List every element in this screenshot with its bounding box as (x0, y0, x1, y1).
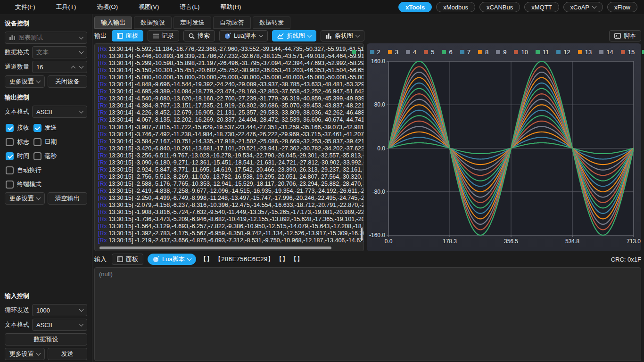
output-text-format-select[interactable]: ASCII (32, 106, 87, 118)
log-line: [Rx 13:30:14] -4.540,-9.080,-13.620,-18.… (98, 95, 363, 102)
input-textarea[interactable]: (null) (94, 267, 641, 361)
log-time: 13:30:14] (107, 138, 135, 145)
legend-item-6[interactable]: 6 (442, 49, 452, 56)
checkbox-标志[interactable]: 标志 (6, 135, 33, 149)
menu-item-语言(L)[interactable]: 语言(L) (169, 0, 210, 14)
legend-item-1[interactable]: 1 (352, 49, 362, 56)
checkbox-box[interactable] (33, 152, 41, 160)
app-button-xcanbus[interactable]: xCANBus (479, 2, 520, 12)
legend-item-8[interactable]: 8 (478, 49, 488, 56)
chevron-down-icon (36, 79, 41, 83)
tab-输入输出[interactable]: 输入输出 (94, 16, 132, 29)
checkbox-接收[interactable]: 接收 (6, 121, 33, 135)
device-type-select[interactable]: 图表测试 (5, 32, 87, 44)
legend-item-14[interactable]: 14 (599, 49, 613, 56)
log-values: -1.219,-2.437,-3.656,-4.875,-6.093,-7.31… (135, 237, 364, 244)
checkbox-box[interactable] (6, 181, 14, 189)
device-more-settings-button[interactable]: 更多设置 (5, 75, 45, 88)
checkbox-box[interactable] (33, 124, 41, 132)
menu-item-视图(V)[interactable]: 视图(V) (128, 0, 169, 14)
chevron-up-icon[interactable] (71, 66, 76, 70)
legend-item-12[interactable]: 12 (556, 49, 570, 56)
line-chart-select[interactable]: 折线图 (272, 30, 316, 41)
app-button-xmqtt[interactable]: xMQTT (524, 2, 559, 12)
tab-自动应答[interactable]: 自动应答 (213, 16, 251, 29)
legend-item-5[interactable]: 5 (424, 49, 434, 56)
checkbox-终端模式[interactable]: 终端模式 (6, 177, 47, 191)
tab-定时发送[interactable]: 定时发送 (173, 16, 211, 29)
data-format-select[interactable]: 文本 (32, 46, 87, 58)
legend-item-10[interactable]: 10 (514, 49, 528, 56)
checkbox-自动换行[interactable]: 自动换行 (6, 163, 47, 177)
rx-tag: [Rx (98, 116, 107, 123)
legend-item-13[interactable]: 13 (578, 49, 592, 56)
log-time: 13:30:15] (107, 216, 135, 222)
menu-item-工具(T)[interactable]: 工具(T) (46, 0, 87, 14)
tab-数据预设[interactable]: 数据预设 (134, 16, 172, 29)
checkbox-box[interactable] (6, 124, 14, 132)
app-button-xtools[interactable]: xTools (398, 2, 432, 12)
app-button-xmodbus[interactable]: xModbus (436, 2, 475, 12)
checkbox-box[interactable] (6, 166, 14, 174)
record-button[interactable]: 记录 (148, 30, 179, 41)
checkbox-毫秒[interactable]: 毫秒 (33, 149, 61, 163)
input-panel-button[interactable]: 面板 (112, 254, 143, 265)
output-lua-script-select[interactable]: Lua脚本 (219, 30, 268, 41)
input-more-settings-button[interactable]: 更多设置 (5, 348, 45, 360)
rx-tag: [Rx (98, 188, 107, 194)
legend-item-7[interactable]: 7 (460, 49, 471, 56)
input-label: 输入 (94, 255, 107, 263)
panel-label: 面板 (126, 255, 138, 263)
output-panel-button[interactable]: 面板 (112, 30, 143, 41)
checkbox-box[interactable] (6, 152, 14, 160)
log-time: 13:30:15] (107, 209, 135, 215)
bar-chart-select[interactable]: 条状图 (321, 30, 364, 41)
log-line: [Rx 13:30:14] -5.000,-10.000,-15.000,-20… (98, 74, 363, 81)
output-log[interactable]: [Rx 13:30:14] -5.592,-11.184,-16.776,-22… (94, 43, 364, 251)
clear-output-button[interactable]: 清空输出 (48, 192, 88, 205)
legend-color-swatch (556, 50, 561, 54)
app-button-label: xModbus (443, 4, 468, 11)
legend-item-2[interactable]: 2 (370, 49, 380, 56)
legend-item-16[interactable]: 16 (642, 49, 644, 56)
send-button[interactable]: 发送 (48, 348, 88, 360)
checkbox-发送[interactable]: 发送 (33, 121, 61, 135)
legend-item-15[interactable]: 15 (621, 49, 635, 56)
log-values: -2.756,-5.513,-8.269,-11.026,-13.782,-16… (135, 173, 364, 180)
legend-item-9[interactable]: 9 (496, 49, 506, 56)
checkbox-box[interactable] (6, 138, 14, 146)
rx-tag: [Rx (98, 237, 107, 244)
data-preset-button[interactable]: 数据预设 (5, 333, 87, 346)
chevron-down-icon[interactable] (79, 64, 84, 69)
log-line: [Rx 13:30:14] -3.584,-7.167,-10.751,-14.… (98, 138, 363, 145)
menu-item-选项(O)[interactable]: 选项(O) (86, 0, 128, 14)
checkbox-box[interactable] (33, 138, 41, 146)
legend-color-swatch (460, 50, 464, 54)
line-chart-panel: 12345678910111213141516 0.0178.3356.5534… (367, 43, 641, 251)
search-button[interactable]: 搜索 (183, 30, 215, 41)
close-device-button[interactable]: 关闭设备 (48, 75, 88, 88)
checkbox-日期[interactable]: 日期 (33, 135, 61, 149)
app-button-xflow[interactable]: xFlow (607, 2, 637, 12)
vertical-scrollbar[interactable] (361, 228, 363, 240)
menu-item-帮助(H)[interactable]: 帮助(H) (210, 0, 251, 14)
input-lua-script-select[interactable]: Lua脚本 (148, 254, 196, 265)
tab-数据转发[interactable]: 数据转发 (253, 16, 290, 29)
menu-item-文件(F)[interactable]: 文件(F) (5, 0, 46, 14)
legend-item-11[interactable]: 11 (536, 49, 549, 56)
chevron-down-icon (355, 33, 360, 38)
rx-tag: [Rx (98, 67, 107, 74)
legend-item-3[interactable]: 3 (388, 49, 398, 56)
legend-item-4[interactable]: 4 (406, 49, 416, 56)
horizontal-scrollbar[interactable] (99, 247, 331, 249)
rx-tag: [Rx (98, 152, 107, 159)
cycle-send-select[interactable]: 1000 (32, 304, 87, 316)
log-values: -2.588,-5.176,-7.765,-10.353,-12.941,-15… (135, 181, 364, 187)
checkbox-时间[interactable]: 时间 (6, 149, 33, 163)
input-text-format-select[interactable]: ASCII (32, 319, 87, 331)
script-button[interactable]: 脚本 (609, 30, 641, 41)
app-button-xcoap[interactable]: xCoAP (563, 2, 603, 12)
output-more-settings-button[interactable]: 更多设置 (5, 192, 45, 205)
log-values: -3.256,-6.511,-9.767,-13.023,-16.278,-19… (135, 152, 364, 159)
channel-count-stepper[interactable]: 16 (32, 61, 87, 73)
